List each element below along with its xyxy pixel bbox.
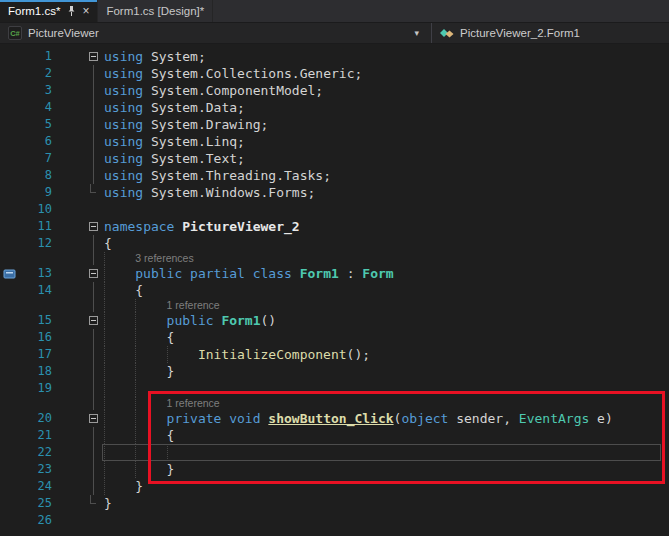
line-number[interactable]: 17	[18, 346, 58, 363]
code-line-content[interactable]: {	[102, 427, 669, 444]
pin-icon[interactable]	[67, 5, 76, 17]
code-line-content[interactable]: {	[102, 235, 669, 252]
class-icon	[440, 27, 454, 39]
fold-collapse-icon[interactable]	[89, 316, 98, 325]
fold-margin	[84, 427, 102, 444]
code-line: 17InitializeComponent();	[0, 346, 669, 363]
close-icon[interactable]: ×	[82, 5, 89, 17]
project-dropdown-value: PictureViewer	[28, 27, 99, 39]
code-line-content[interactable]: InitializeComponent();	[102, 346, 669, 363]
line-number[interactable]: 10	[18, 201, 58, 218]
code-line-content[interactable]: }	[102, 478, 669, 495]
code-line-content[interactable]: using System.Collections.Generic;	[102, 65, 669, 82]
code-line-content[interactable]: using System.Windows.Forms;	[102, 184, 669, 201]
line-number[interactable]: 22	[18, 444, 58, 461]
project-dropdown[interactable]: C# PictureViewer ▾	[0, 23, 432, 43]
glyph-margin	[0, 167, 18, 184]
code-line: 10	[0, 201, 669, 218]
glyph-margin	[0, 150, 18, 167]
code-line-content[interactable]: using System.Threading.Tasks;	[102, 167, 669, 184]
code-line: 5using System.Drawing;	[0, 116, 669, 133]
indent-guide	[135, 346, 166, 363]
code-line-content[interactable]: using System.Drawing;	[102, 116, 669, 133]
code-line-content[interactable]	[102, 512, 669, 529]
code-line-content[interactable]	[102, 444, 661, 461]
code-line-content[interactable]: using System.ComponentModel;	[102, 82, 669, 99]
code-line-content[interactable]: }	[102, 495, 669, 512]
line-number[interactable]: 9	[18, 184, 58, 201]
fold-guide	[93, 235, 94, 252]
fold-guide	[93, 380, 94, 397]
line-number[interactable]: 3	[18, 82, 58, 99]
code-line: 23}	[0, 461, 669, 478]
fold-guide	[93, 346, 94, 363]
code-line: 15public Form1()	[0, 312, 669, 329]
line-number[interactable]: 13	[18, 265, 58, 282]
class-dropdown[interactable]: PictureViewer_2.Form1	[432, 23, 669, 43]
code-line-content[interactable]	[102, 380, 669, 397]
line-number[interactable]: 19	[18, 380, 58, 397]
line-number[interactable]: 21	[18, 427, 58, 444]
fold-collapse-icon[interactable]	[89, 52, 98, 61]
glyph-margin	[0, 48, 18, 65]
code-line-content[interactable]: {	[102, 282, 669, 299]
margin-glyph-icon[interactable]	[3, 267, 16, 280]
glyph-margin	[0, 99, 18, 116]
codelens-references[interactable]: 1 reference	[167, 397, 220, 410]
tab-form1cs[interactable]: Form1.cs* ×	[0, 0, 98, 22]
indent-guide	[104, 265, 135, 282]
line-number[interactable]: 2	[18, 65, 58, 82]
code-line-content[interactable]: public partial class Form1 : Form	[102, 265, 669, 282]
line-number[interactable]: 7	[18, 150, 58, 167]
fold-guide	[93, 150, 94, 167]
line-number[interactable]: 18	[18, 363, 58, 380]
line-number[interactable]: 20	[18, 410, 58, 427]
glyph-margin	[0, 312, 18, 329]
line-number[interactable]: 15	[18, 312, 58, 329]
glyph-margin	[0, 427, 18, 444]
fold-margin	[84, 167, 102, 184]
code-line-content[interactable]	[102, 201, 669, 218]
indent-guide	[104, 461, 135, 478]
glyph-margin	[0, 346, 18, 363]
line-number[interactable]: 1	[18, 48, 58, 65]
fold-guide	[93, 444, 94, 461]
code-line-content[interactable]: using System.Text;	[102, 150, 669, 167]
fold-collapse-icon[interactable]	[89, 414, 98, 423]
line-number[interactable]: 14	[18, 282, 58, 299]
codelens-references[interactable]: 1 reference	[167, 299, 220, 312]
fold-collapse-icon[interactable]	[89, 222, 98, 231]
glyph-margin	[0, 461, 18, 478]
line-number[interactable]: 25	[18, 495, 58, 512]
glyph-margin	[0, 282, 18, 299]
fold-margin	[84, 65, 102, 82]
tab-form1cs-design[interactable]: Form1.cs [Design]*	[98, 0, 213, 22]
codelens-references[interactable]: 3 references	[135, 252, 193, 265]
line-number[interactable]: 11	[18, 218, 58, 235]
code-line-content[interactable]: }	[102, 363, 669, 380]
code-line-content[interactable]: using System;	[102, 48, 669, 65]
fold-guide	[93, 397, 94, 410]
code-line-content[interactable]: {	[102, 329, 669, 346]
line-number[interactable]: 23	[18, 461, 58, 478]
code-editor[interactable]: 1using System;2using System.Collections.…	[0, 44, 669, 536]
fold-collapse-icon[interactable]	[89, 269, 98, 278]
line-number[interactable]: 12	[18, 235, 58, 252]
code-line-content[interactable]: using System.Linq;	[102, 133, 669, 150]
code-line-content[interactable]: }	[102, 461, 669, 478]
code-line-content[interactable]: private void showButton_Click(object sen…	[102, 410, 669, 427]
fold-margin	[84, 312, 102, 329]
line-number[interactable]: 16	[18, 329, 58, 346]
code-line-content[interactable]: public Form1()	[102, 312, 669, 329]
line-number[interactable]: 26	[18, 512, 58, 529]
glyph-margin	[0, 82, 18, 99]
line-number[interactable]: 6	[18, 133, 58, 150]
line-number[interactable]: 8	[18, 167, 58, 184]
line-number[interactable]: 5	[18, 116, 58, 133]
code-line-content[interactable]: namespace PictureViewer_2	[102, 218, 669, 235]
line-number[interactable]: 4	[18, 99, 58, 116]
chevron-down-icon[interactable]: ▾	[414, 28, 423, 38]
line-number[interactable]: 24	[18, 478, 58, 495]
code-line-content[interactable]: using System.Data;	[102, 99, 669, 116]
fold-guide	[93, 363, 94, 380]
